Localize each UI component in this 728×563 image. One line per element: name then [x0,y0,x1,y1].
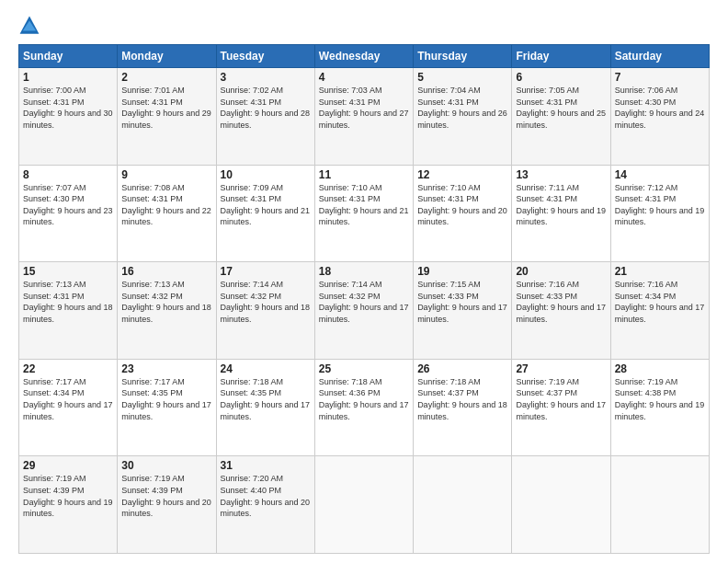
day-cell: 13 Sunrise: 7:11 AMSunset: 4:31 PMDaylig… [512,165,610,262]
day-info: Sunrise: 7:13 AMSunset: 4:31 PMDaylight:… [23,280,113,324]
day-info: Sunrise: 7:10 AMSunset: 4:31 PMDaylight:… [319,183,409,227]
day-info: Sunrise: 7:16 AMSunset: 4:34 PMDaylight:… [615,280,705,324]
day-cell: 27 Sunrise: 7:19 AMSunset: 4:37 PMDaylig… [512,359,610,456]
day-cell: 5 Sunrise: 7:04 AMSunset: 4:31 PMDayligh… [414,68,512,166]
day-header-tuesday: Tuesday [216,45,314,68]
day-info: Sunrise: 7:17 AMSunset: 4:35 PMDaylight:… [121,377,211,421]
day-info: Sunrise: 7:02 AMSunset: 4:31 PMDaylight:… [221,86,311,130]
day-cell: 8 Sunrise: 7:07 AMSunset: 4:30 PMDayligh… [19,165,118,262]
day-header-thursday: Thursday [414,45,512,68]
day-cell: 11 Sunrise: 7:10 AMSunset: 4:31 PMDaylig… [314,165,413,262]
day-info: Sunrise: 7:19 AMSunset: 4:39 PMDaylight:… [121,474,211,518]
day-cell: 20 Sunrise: 7:16 AMSunset: 4:33 PMDaylig… [512,262,610,360]
day-cell: 18 Sunrise: 7:14 AMSunset: 4:32 PMDaylig… [314,262,413,360]
day-cell: 6 Sunrise: 7:05 AMSunset: 4:31 PMDayligh… [512,68,610,166]
day-cell: 2 Sunrise: 7:01 AMSunset: 4:31 PMDayligh… [118,68,216,166]
day-info: Sunrise: 7:15 AMSunset: 4:33 PMDaylight:… [417,280,507,324]
day-info: Sunrise: 7:14 AMSunset: 4:32 PMDaylight:… [319,280,409,324]
day-info: Sunrise: 7:07 AMSunset: 4:30 PMDaylight:… [23,183,113,227]
day-header-wednesday: Wednesday [314,45,413,68]
day-cell: 24 Sunrise: 7:18 AMSunset: 4:35 PMDaylig… [216,359,314,456]
day-cell: 31 Sunrise: 7:20 AMSunset: 4:40 PMDaylig… [216,456,314,554]
week-row-1: 1 Sunrise: 7:00 AMSunset: 4:31 PMDayligh… [19,68,710,166]
day-number: 3 [221,71,311,84]
page: SundayMondayTuesdayWednesdayThursdayFrid… [0,0,728,563]
day-cell [512,456,610,554]
day-number: 10 [221,168,311,181]
week-row-2: 8 Sunrise: 7:07 AMSunset: 4:30 PMDayligh… [19,165,710,262]
day-info: Sunrise: 7:17 AMSunset: 4:34 PMDaylight:… [23,377,113,421]
day-cell: 25 Sunrise: 7:18 AMSunset: 4:36 PMDaylig… [314,359,413,456]
day-header-sunday: Sunday [19,45,118,68]
header-row: SundayMondayTuesdayWednesdayThursdayFrid… [19,45,710,68]
day-number: 18 [319,265,409,278]
day-info: Sunrise: 7:14 AMSunset: 4:32 PMDaylight:… [221,280,311,324]
day-cell [314,456,413,554]
week-row-3: 15 Sunrise: 7:13 AMSunset: 4:31 PMDaylig… [19,262,710,360]
day-info: Sunrise: 7:19 AMSunset: 4:37 PMDaylight:… [516,377,606,421]
day-header-saturday: Saturday [610,45,709,68]
day-cell: 23 Sunrise: 7:17 AMSunset: 4:35 PMDaylig… [118,359,216,456]
day-header-monday: Monday [118,45,216,68]
day-number: 13 [516,168,606,181]
day-cell: 19 Sunrise: 7:15 AMSunset: 4:33 PMDaylig… [414,262,512,360]
day-cell: 29 Sunrise: 7:19 AMSunset: 4:39 PMDaylig… [19,456,118,554]
day-info: Sunrise: 7:11 AMSunset: 4:31 PMDaylight:… [516,183,606,227]
day-cell: 1 Sunrise: 7:00 AMSunset: 4:31 PMDayligh… [19,68,118,166]
day-info: Sunrise: 7:19 AMSunset: 4:39 PMDaylight:… [23,474,113,518]
day-number: 25 [319,362,409,375]
day-info: Sunrise: 7:08 AMSunset: 4:31 PMDaylight:… [121,183,211,227]
day-number: 22 [23,362,113,375]
day-info: Sunrise: 7:10 AMSunset: 4:31 PMDaylight:… [417,183,507,227]
day-header-friday: Friday [512,45,610,68]
calendar-table: SundayMondayTuesdayWednesdayThursdayFrid… [18,44,710,554]
day-cell [414,456,512,554]
day-info: Sunrise: 7:13 AMSunset: 4:32 PMDaylight:… [121,280,211,324]
day-number: 4 [319,71,409,84]
day-number: 9 [121,168,211,181]
day-number: 19 [417,265,507,278]
day-info: Sunrise: 7:18 AMSunset: 4:36 PMDaylight:… [319,377,409,421]
day-number: 24 [221,362,311,375]
week-row-4: 22 Sunrise: 7:17 AMSunset: 4:34 PMDaylig… [19,359,710,456]
day-info: Sunrise: 7:19 AMSunset: 4:38 PMDaylight:… [615,377,705,421]
day-number: 28 [615,362,705,375]
week-row-5: 29 Sunrise: 7:19 AMSunset: 4:39 PMDaylig… [19,456,710,554]
day-cell: 15 Sunrise: 7:13 AMSunset: 4:31 PMDaylig… [19,262,118,360]
day-number: 26 [417,362,507,375]
day-number: 1 [23,71,113,84]
day-number: 8 [23,168,113,181]
day-info: Sunrise: 7:09 AMSunset: 4:31 PMDaylight:… [221,183,311,227]
day-number: 14 [615,168,705,181]
day-cell: 14 Sunrise: 7:12 AMSunset: 4:31 PMDaylig… [610,165,709,262]
day-number: 20 [516,265,606,278]
day-info: Sunrise: 7:00 AMSunset: 4:31 PMDaylight:… [23,86,113,130]
header [18,15,710,37]
day-cell: 4 Sunrise: 7:03 AMSunset: 4:31 PMDayligh… [314,68,413,166]
day-info: Sunrise: 7:20 AMSunset: 4:40 PMDaylight:… [221,474,311,518]
day-number: 31 [221,459,311,472]
day-number: 16 [121,265,211,278]
logo [18,15,44,37]
day-info: Sunrise: 7:12 AMSunset: 4:31 PMDaylight:… [615,183,705,227]
day-number: 11 [319,168,409,181]
day-cell: 21 Sunrise: 7:16 AMSunset: 4:34 PMDaylig… [610,262,709,360]
day-cell: 12 Sunrise: 7:10 AMSunset: 4:31 PMDaylig… [414,165,512,262]
day-cell: 17 Sunrise: 7:14 AMSunset: 4:32 PMDaylig… [216,262,314,360]
day-info: Sunrise: 7:03 AMSunset: 4:31 PMDaylight:… [319,86,409,130]
day-number: 23 [121,362,211,375]
day-cell: 26 Sunrise: 7:18 AMSunset: 4:37 PMDaylig… [414,359,512,456]
day-info: Sunrise: 7:06 AMSunset: 4:30 PMDaylight:… [615,86,705,130]
day-cell: 28 Sunrise: 7:19 AMSunset: 4:38 PMDaylig… [610,359,709,456]
logo-icon [18,15,40,37]
day-cell: 30 Sunrise: 7:19 AMSunset: 4:39 PMDaylig… [118,456,216,554]
day-info: Sunrise: 7:04 AMSunset: 4:31 PMDaylight:… [417,86,507,130]
day-info: Sunrise: 7:18 AMSunset: 4:35 PMDaylight:… [221,377,311,421]
day-number: 12 [417,168,507,181]
day-number: 29 [23,459,113,472]
day-number: 27 [516,362,606,375]
day-info: Sunrise: 7:18 AMSunset: 4:37 PMDaylight:… [417,377,507,421]
day-number: 21 [615,265,705,278]
day-cell: 16 Sunrise: 7:13 AMSunset: 4:32 PMDaylig… [118,262,216,360]
day-cell: 10 Sunrise: 7:09 AMSunset: 4:31 PMDaylig… [216,165,314,262]
